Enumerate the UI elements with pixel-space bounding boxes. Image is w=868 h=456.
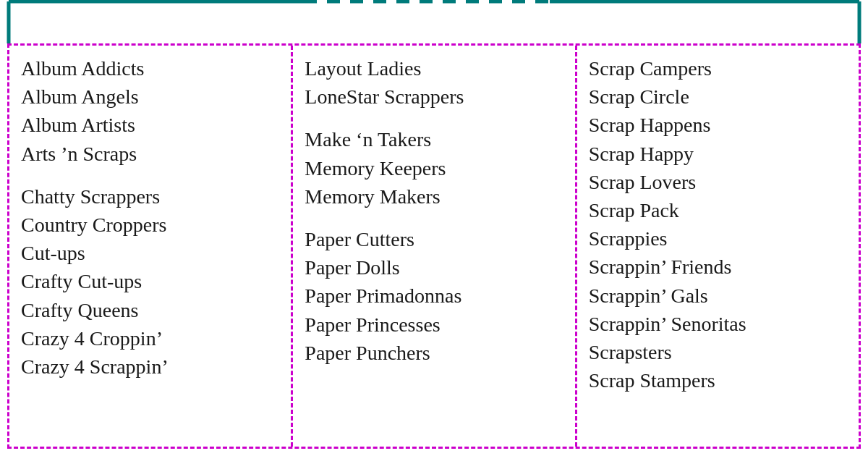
list-item: Scrappin’ Senoritas: [589, 310, 847, 338]
list-item: Paper Dolls: [305, 253, 563, 282]
column-1: Album AddictsAlbum AngelsAlbum ArtistsAr…: [9, 46, 293, 447]
list-item: Crafty Queens: [21, 296, 279, 324]
list-item: Scrappin’ Gals: [589, 282, 847, 310]
list-item: Crazy 4 Croppin’: [21, 324, 279, 352]
list-item: Arts ’n Scraps: [21, 140, 279, 168]
list-item: Layout Ladies: [305, 54, 563, 83]
list-item: Country Croppers: [21, 211, 279, 239]
list-item: Paper Cutters: [305, 225, 563, 253]
list-item: Album Addicts: [21, 54, 279, 83]
list-item: Chatty Scrappers: [21, 182, 279, 211]
column-3: Scrap CampersScrap CircleScrap HappensSc…: [577, 46, 859, 447]
list-item: Scrapsters: [589, 338, 847, 366]
list-item: Scrap Stampers: [589, 366, 847, 394]
list-item: Album Angels: [21, 83, 279, 111]
list-item: Cut-ups: [21, 239, 279, 267]
spacer: [21, 168, 279, 182]
list-item: Scrap Lovers: [589, 168, 847, 196]
teal-bracket: [0, 0, 868, 43]
spacer: [305, 111, 563, 125]
main-container: Album AddictsAlbum AngelsAlbum ArtistsAr…: [7, 43, 861, 449]
list-item: Crafty Cut-ups: [21, 267, 279, 295]
list-item: Make ‘n Takers: [305, 125, 563, 153]
list-item: Memory Makers: [305, 182, 563, 211]
list-item: Paper Primadonnas: [305, 282, 563, 310]
list-item: Scrap Campers: [589, 54, 847, 83]
list-item: Memory Keepers: [305, 154, 563, 182]
column-2: Layout LadiesLoneStar ScrappersMake ‘n T…: [293, 46, 576, 447]
list-item: Album Artists: [21, 111, 279, 139]
list-item: Scrappin’ Friends: [589, 253, 847, 281]
list-item: Paper Princesses: [305, 311, 563, 339]
list-item: Scrap Happens: [589, 111, 847, 139]
list-item: LoneStar Scrappers: [305, 83, 563, 111]
list-item: Scrap Happy: [589, 140, 847, 168]
list-item: Scrap Pack: [589, 196, 847, 224]
list-item: Scrappies: [589, 224, 847, 253]
spacer: [305, 211, 563, 225]
list-item: Scrap Circle: [589, 83, 847, 111]
list-item: Paper Punchers: [305, 339, 563, 367]
list-item: Crazy 4 Scrappin’: [21, 352, 279, 381]
